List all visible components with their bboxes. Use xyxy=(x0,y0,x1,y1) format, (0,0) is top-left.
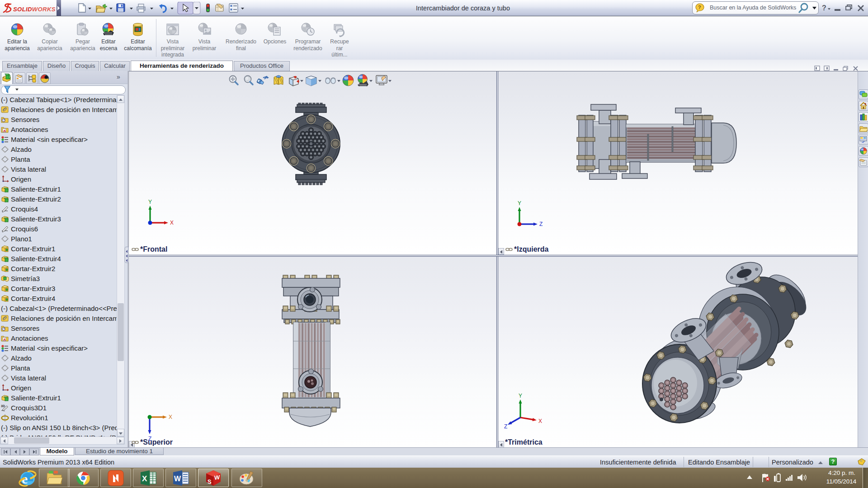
svg-text:?: ? xyxy=(698,5,701,10)
svg-text:A: A xyxy=(3,338,6,342)
svg-text:A: A xyxy=(3,129,6,133)
svg-text:X: X xyxy=(142,474,147,483)
svg-text:?: ? xyxy=(822,4,826,12)
svg-text:S: S xyxy=(208,478,212,485)
svg-text:W: W xyxy=(214,474,220,481)
svg-text:W: W xyxy=(174,475,181,483)
svg-text:SOLIDWORKS: SOLIDWORKS xyxy=(13,6,56,13)
svg-text:3D: 3D xyxy=(1,404,5,408)
